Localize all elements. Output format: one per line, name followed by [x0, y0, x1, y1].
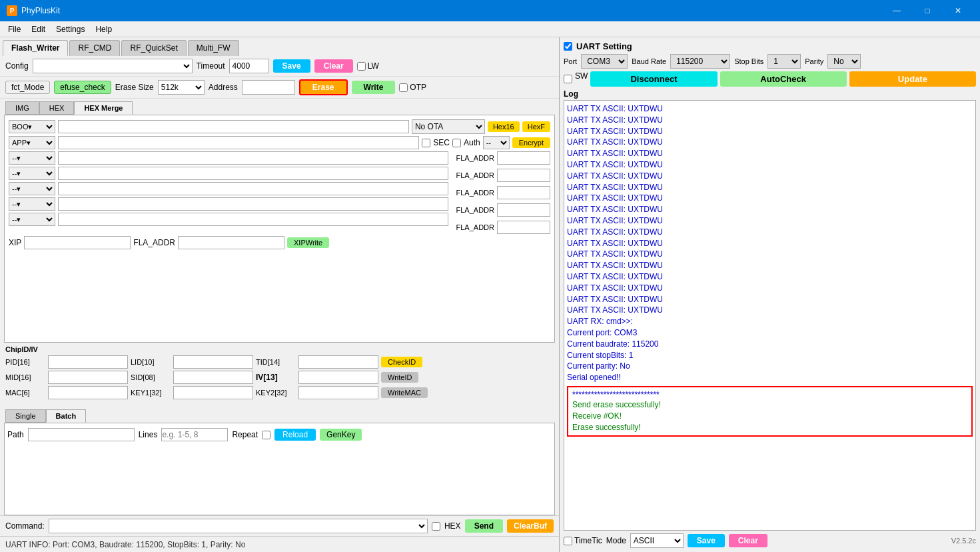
tab-rf-cmd[interactable]: RF_CMD [69, 40, 120, 56]
genkey-button[interactable]: GenKey [320, 429, 362, 441]
tid-input[interactable] [298, 355, 378, 369]
checkid-button[interactable]: CheckID [381, 357, 422, 367]
hex-select-4[interactable]: --▾ [9, 167, 55, 180]
log-save-button[interactable]: Save [688, 534, 725, 547]
address-input[interactable] [242, 80, 295, 95]
fla-input-4[interactable] [497, 203, 550, 217]
iv-input[interactable] [298, 371, 378, 384]
lid-input[interactable] [173, 355, 253, 369]
close-button[interactable]: ✕ [943, 0, 973, 21]
path-input[interactable] [28, 428, 135, 441]
command-label: Command: [5, 521, 45, 531]
save-button[interactable]: Save [273, 59, 310, 73]
menu-help[interactable]: Help [90, 23, 117, 35]
xip-fla-input[interactable] [178, 236, 284, 249]
uart-enable-checkbox[interactable] [564, 42, 572, 51]
hex-input-boo[interactable] [58, 120, 409, 133]
log-line-baud: Current baudrate: 115200 [567, 339, 973, 350]
write-button[interactable]: Write [352, 81, 396, 94]
hex-input-4[interactable] [58, 167, 448, 180]
timeout-input[interactable] [229, 59, 269, 73]
autocheck-button[interactable]: AutoCheck [720, 71, 847, 87]
reload-button[interactable]: Reload [274, 429, 316, 441]
hex-select-7[interactable]: --▾ [9, 213, 55, 226]
minimize-button[interactable]: — [881, 0, 912, 21]
log-area[interactable]: UART TX ASCII: UXTDWU UART TX ASCII: UXT… [564, 100, 976, 531]
tab-flash-writer[interactable]: Flash_Writer [3, 40, 68, 56]
send-button[interactable]: Send [465, 519, 503, 533]
erase-size-select[interactable]: 512k256k128k64k [158, 80, 205, 95]
clearbuf-button[interactable]: ClearBuf [507, 519, 554, 533]
ota-select[interactable]: No OTA [412, 119, 485, 134]
auth-checkbox[interactable] [452, 139, 461, 147]
otp-checkbox[interactable] [399, 83, 408, 92]
hex-select-6[interactable]: --▾ [9, 197, 55, 211]
hex-input-3[interactable] [58, 151, 448, 165]
fla-input-3[interactable] [497, 186, 550, 199]
sw-checkbox[interactable] [564, 71, 572, 87]
hex-input-5[interactable] [58, 182, 448, 195]
hex-row-6: --▾ [9, 197, 448, 211]
command-select[interactable] [49, 519, 428, 533]
port-select[interactable]: COM3 [581, 54, 628, 69]
batch-textarea[interactable] [7, 443, 552, 510]
menu-file[interactable]: File [3, 23, 26, 35]
tab-batch[interactable]: Batch [46, 409, 87, 423]
erase-button[interactable]: Erase [299, 79, 348, 95]
repeat-checkbox[interactable] [262, 431, 270, 439]
baud-select[interactable]: 9600192003840057600115200230400460800921… [670, 54, 730, 69]
menu-settings[interactable]: Settings [51, 23, 90, 35]
writemac-button[interactable]: WriteMAC [381, 387, 428, 398]
tab-single[interactable]: Single [5, 409, 46, 423]
hex16-button[interactable]: Hex16 [488, 121, 520, 132]
log-clear-button[interactable]: Clear [729, 534, 767, 547]
sub-tab-hex[interactable]: HEX [39, 101, 75, 115]
fla-input-1[interactable] [497, 151, 550, 165]
fct-badge: fct_Mode [5, 81, 50, 94]
xipwrite-button[interactable]: XIPWrite [287, 237, 329, 248]
hex-select-boo[interactable]: BOO▾ [9, 120, 55, 133]
sid-input[interactable] [173, 371, 253, 384]
lw-checkbox[interactable] [357, 62, 366, 71]
timetic-checkbox[interactable] [564, 537, 572, 545]
mac-input[interactable] [48, 386, 128, 399]
maximize-button[interactable]: □ [912, 0, 943, 21]
stop-select[interactable]: 12 [767, 54, 801, 69]
sub-tab-hex-merge[interactable]: HEX Merge [74, 101, 133, 115]
lines-input[interactable] [161, 428, 228, 441]
tab-rf-quickset[interactable]: RF_QuickSet [121, 40, 186, 56]
hex-select-3[interactable]: --▾ [9, 151, 55, 165]
tid-label: TID[14] [256, 358, 296, 366]
key1-input[interactable] [173, 386, 253, 399]
writeid-button[interactable]: WriteID [381, 372, 418, 383]
update-button[interactable]: Update [849, 71, 976, 87]
hex-checkbox[interactable] [432, 522, 440, 531]
config-select[interactable] [33, 59, 193, 73]
hex-input-7[interactable] [58, 213, 448, 226]
fla-input-2[interactable] [497, 169, 550, 182]
hex-select-5[interactable]: --▾ [9, 182, 55, 195]
hexf-button[interactable]: HexF [522, 121, 550, 132]
window-controls: — □ ✕ [881, 0, 973, 21]
status-text: UART INFO: Port: COM3, Baudrate: 115200,… [5, 540, 245, 549]
log-line-stop: Current stopBits: 1 [567, 350, 973, 361]
tab-multi-fw[interactable]: Multi_FW [188, 40, 239, 56]
hex-select-app[interactable]: APP▾ [9, 136, 55, 149]
pid-label: PID[16] [5, 358, 45, 366]
parity-select[interactable]: NoEvenOdd [827, 54, 861, 69]
mid-input[interactable] [48, 371, 128, 384]
xip-input[interactable] [24, 236, 131, 249]
encrypt-button[interactable]: Encrypt [512, 137, 550, 148]
hex-input-app[interactable] [58, 136, 419, 149]
key2-input[interactable] [298, 386, 378, 399]
disconnect-button[interactable]: Disconnect [590, 71, 717, 87]
sec-checkbox[interactable] [422, 139, 430, 147]
pid-input[interactable] [48, 355, 128, 369]
hex-input-6[interactable] [58, 197, 448, 211]
sub-tab-img[interactable]: IMG [5, 101, 39, 115]
auth-select[interactable]: -- [483, 136, 510, 149]
clear-button-top[interactable]: Clear [314, 59, 353, 73]
menu-edit[interactable]: Edit [26, 23, 51, 35]
mode-select[interactable]: ASCII HEX [630, 533, 684, 548]
fla-input-5[interactable] [497, 221, 550, 234]
